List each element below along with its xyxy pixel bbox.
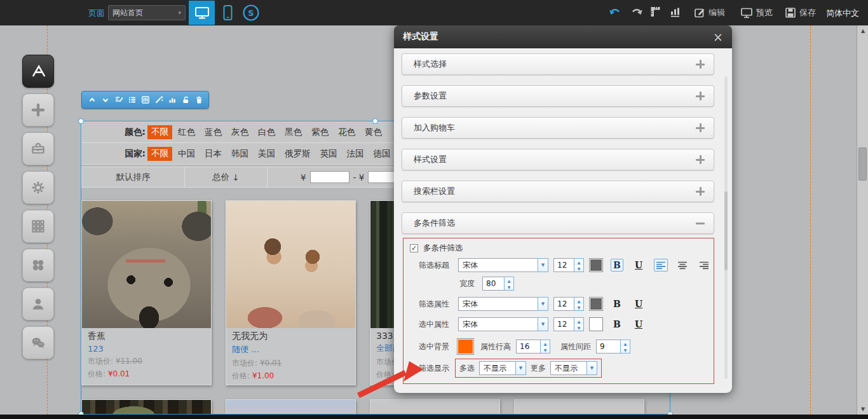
product-link[interactable]: 123 [88,344,205,354]
filter-option[interactable]: 中国 [174,147,199,161]
width-stepper[interactable]: 80▲▼ [482,277,514,291]
font-color-swatch[interactable] [589,317,603,331]
align-left-button[interactable] [654,259,668,271]
move-down-icon[interactable] [101,95,110,104]
product-card[interactable]: 香蕉 123 市场价: ¥11.00 价格: ¥0.01 [81,200,212,385]
bold-button[interactable]: B [611,298,623,310]
font-select[interactable]: 宋体▼ [458,258,548,272]
spin-down-icon[interactable]: ▼ [574,304,583,310]
multi-select-dropdown[interactable]: 不显示▼ [479,361,526,375]
spin-down-icon[interactable]: ▼ [574,324,583,331]
section-style-select[interactable]: 样式选择 [402,53,714,75]
stats-icon[interactable] [168,95,177,104]
product-card[interactable]: 无我无为 随便 ... 市场价: ¥0.01 价格: ¥1.00 [226,200,356,385]
sidebar-item-design[interactable] [22,55,54,88]
filter-option[interactable]: 韩国 [227,147,252,161]
font-color-swatch[interactable] [589,297,603,311]
close-icon[interactable]: × [713,31,723,43]
align-right-button[interactable] [697,259,711,271]
main-scrollbar[interactable]: ▲ ▼ [857,25,868,415]
font-color-swatch[interactable] [589,258,603,272]
underline-button[interactable]: U [632,318,645,331]
spin-up-icon[interactable]: ▲ [574,298,583,304]
undo-button[interactable] [609,7,621,17]
desktop-view-button[interactable] [189,1,215,25]
filter-option[interactable]: 黄色 [361,125,386,139]
filter-option[interactable]: 紫色 [308,125,332,139]
section-style-settings[interactable]: 样式设置 [402,149,714,170]
unlock-icon[interactable] [181,95,190,104]
bold-button[interactable]: B [611,318,623,331]
language-switcher[interactable]: 简体中文 [826,8,859,19]
underline-button[interactable]: U [632,259,645,271]
edit-icon[interactable] [114,95,123,104]
filter-option[interactable]: 俄罗斯 [281,147,315,161]
section-parameters[interactable]: 参数设置 [402,85,714,107]
bold-button[interactable]: B [611,259,623,271]
filter-option[interactable]: 不限 [147,125,172,139]
edit-button[interactable]: 编辑 [694,7,725,18]
scrollbar-up-icon[interactable]: ▲ [857,28,868,34]
save-button[interactable]: 保存 [785,7,816,18]
sort-default-tab[interactable]: 默认排序 [82,167,185,187]
font-select[interactable]: 宋体▼ [458,317,548,331]
spin-up-icon[interactable]: ▲ [574,318,583,324]
product-link[interactable]: 随便 ... [232,344,349,355]
background-color-swatch[interactable] [457,338,474,355]
s-logo-button[interactable]: S [241,1,261,25]
filter-option[interactable]: 德国 [370,147,395,161]
selection-handle-top-center[interactable] [372,118,378,124]
spin-down-icon[interactable]: ▼ [505,284,513,290]
preview-button[interactable]: 预览 [740,7,773,18]
list-icon[interactable] [128,95,137,104]
sidebar-item-widgets[interactable] [22,249,54,282]
stats-button[interactable] [669,6,681,18]
font-size-stepper[interactable]: 12▲▼ [553,258,584,272]
spin-up-icon[interactable]: ▲ [541,340,550,347]
price-min-input[interactable] [310,171,349,183]
sidebar-item-members[interactable] [22,287,54,320]
panel-scrollbar[interactable] [724,76,728,379]
section-add-to-cart[interactable]: 加入购物车 [402,117,714,139]
spin-up-icon[interactable]: ▲ [574,259,583,265]
sidebar-item-add[interactable] [22,93,54,127]
font-select[interactable]: 宋体▼ [458,297,548,311]
scrollbar-down-icon[interactable]: ▼ [857,406,868,412]
selection-handle-top-left[interactable] [78,118,84,124]
filter-option[interactable]: 花色 [334,125,359,139]
mobile-view-button[interactable] [217,1,238,25]
section-search-bar[interactable]: 搜索栏设置 [402,181,714,202]
font-size-stepper[interactable]: 12▲▼ [553,317,584,331]
sort-total-price-tab[interactable]: 总价 ↓ [185,167,268,187]
filter-option[interactable]: 灰色 [227,125,252,139]
sliders-icon[interactable] [141,95,150,104]
filter-option[interactable]: 白色 [254,125,279,139]
spin-up-icon[interactable]: ▲ [505,277,513,284]
filter-option[interactable]: 日本 [201,147,226,161]
magic-wand-icon[interactable] [154,95,163,104]
filter-option[interactable]: 法国 [343,147,368,161]
filter-option[interactable]: 红色 [174,125,199,139]
sidebar-item-settings[interactable] [22,171,54,204]
spin-up-icon[interactable]: ▲ [621,340,630,347]
spin-down-icon[interactable]: ▼ [574,265,583,271]
filter-option[interactable]: 黑色 [281,125,306,139]
page-select[interactable]: 网站首页 ▾ [108,5,186,20]
move-up-icon[interactable] [88,95,97,104]
trash-icon[interactable] [194,95,203,104]
filter-option[interactable]: 不限 [147,147,172,161]
line-height-stepper[interactable]: 16▲▼ [516,340,550,354]
filter-option[interactable]: 蓝色 [201,125,226,139]
spin-down-icon[interactable]: ▼ [621,347,630,353]
spin-down-icon[interactable]: ▼ [541,347,550,353]
underline-button[interactable]: U [632,298,645,310]
section-multi-filter[interactable]: 多条件筛选 [402,212,714,234]
sidebar-item-modules[interactable] [22,210,54,243]
sidebar-item-wechat[interactable] [22,326,54,359]
align-center-button[interactable] [675,259,689,271]
spacing-stepper[interactable]: 9▲▼ [596,340,630,354]
scrollbar-thumb[interactable] [858,148,867,181]
ruler-button[interactable] [649,6,661,18]
sidebar-item-toolbox[interactable] [22,132,54,165]
more-dropdown[interactable]: 不显示▼ [550,361,597,375]
